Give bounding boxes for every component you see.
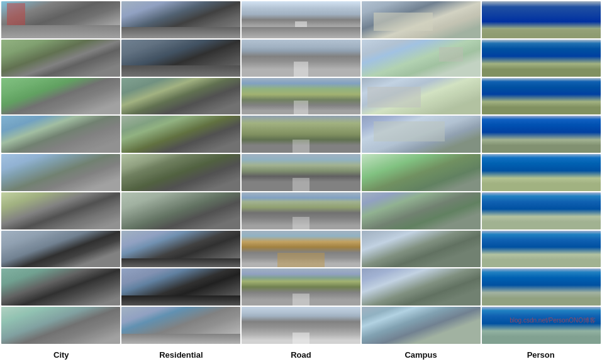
cell-res-1 <box>121 1 240 38</box>
cell-res-9 <box>121 307 240 344</box>
cell-pers-7 <box>482 231 601 268</box>
cell-road-4 <box>242 116 360 153</box>
cell-res-7 <box>121 231 240 268</box>
cell-res-6 <box>121 192 240 229</box>
cell-city-5 <box>1 154 120 191</box>
cell-road-6 <box>242 192 360 229</box>
column-labels-row: City Residential Road Campus Person <box>0 345 602 364</box>
cell-camp-4 <box>362 116 481 153</box>
cell-city-1 <box>1 1 120 38</box>
label-campus: Campus <box>361 350 481 360</box>
cell-pers-3 <box>482 78 601 115</box>
cell-pers-2 <box>482 40 601 77</box>
cell-road-7 <box>242 231 360 268</box>
cell-res-4 <box>121 116 240 153</box>
cell-city-7 <box>1 231 120 268</box>
label-road: Road <box>241 350 361 360</box>
cell-city-2 <box>1 40 120 77</box>
cell-camp-7 <box>362 231 481 268</box>
cell-pers-5 <box>482 154 601 191</box>
main-container: blog.csdn.net/PersonONO博客 City Residenti… <box>0 0 602 364</box>
cell-res-2 <box>121 40 240 77</box>
cell-city-9 <box>1 307 120 344</box>
cell-road-3 <box>242 78 360 115</box>
cell-city-4 <box>1 116 120 153</box>
label-person: Person <box>481 350 601 360</box>
cell-camp-2 <box>362 40 481 77</box>
cell-camp-6 <box>362 192 481 229</box>
cell-res-8 <box>121 268 240 306</box>
cell-camp-9 <box>362 307 481 344</box>
cell-camp-5 <box>362 154 481 191</box>
cell-pers-8 <box>482 268 601 306</box>
cell-res-5 <box>121 154 240 191</box>
cell-road-1 <box>242 1 360 38</box>
label-residential: Residential <box>121 350 242 360</box>
cell-city-6 <box>1 192 120 229</box>
cell-road-2 <box>242 40 360 77</box>
cell-camp-8 <box>362 268 481 306</box>
cell-camp-3 <box>362 78 481 115</box>
cell-pers-4 <box>482 116 601 153</box>
cell-city-8 <box>1 268 120 306</box>
cell-pers-6 <box>482 192 601 229</box>
cell-pers-9 <box>482 307 601 344</box>
cell-city-3 <box>1 78 120 115</box>
cell-road-8 <box>242 268 360 306</box>
image-grid: blog.csdn.net/PersonONO博客 <box>0 0 602 345</box>
cell-camp-1 <box>362 1 481 38</box>
cell-road-9 <box>242 307 360 344</box>
cell-res-3 <box>121 78 240 115</box>
cell-road-5 <box>242 154 360 191</box>
cell-pers-1 <box>482 1 601 38</box>
label-city: City <box>1 350 121 360</box>
